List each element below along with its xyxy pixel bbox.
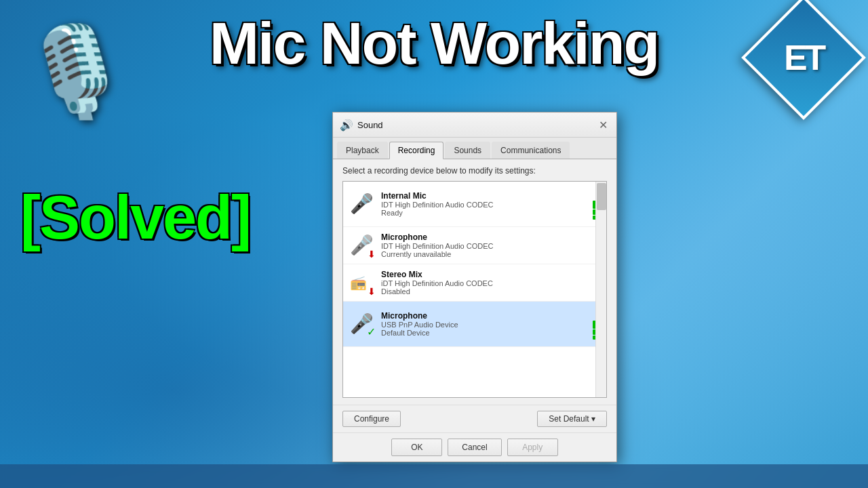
device-status-3: Disabled	[381, 287, 599, 296]
tab-sounds[interactable]: Sounds	[445, 142, 490, 159]
title-area: Mic Not Working	[108, 14, 760, 73]
device-icon-wrap-4: 🎤 ✓	[350, 312, 374, 336]
dialog-window: 🔊 Sound ✕ Playback Recording Sounds Comm…	[332, 112, 617, 462]
device-item-mic-unavail[interactable]: 🎤 ⬇ Microphone IDT High Definition Audio…	[343, 227, 606, 264]
dialog-body: Select a recording device below to modif…	[333, 159, 616, 405]
device-status-2: Currently unavailable	[381, 250, 599, 258]
dialog-bottom-buttons: Configure Set Default ▾	[333, 405, 616, 432]
device-driver-1: IDT High Definition Audio CODEC	[381, 201, 585, 209]
solved-text: [Solved]	[20, 183, 250, 253]
device-name-1: Internal Mic	[381, 191, 585, 201]
dialog-titlebar: 🔊 Sound ✕	[333, 113, 616, 138]
sound-icon: 🔊	[340, 119, 353, 131]
apply-button[interactable]: Apply	[507, 439, 558, 456]
dialog-action-row: OK Cancel Apply	[333, 432, 616, 462]
device-name-3: Stereo Mix	[381, 270, 599, 279]
device-name-2: Microphone	[381, 232, 599, 242]
tabs-bar: Playback Recording Sounds Communications	[333, 138, 616, 159]
scrollbar-thumb	[597, 183, 606, 210]
device-badge-2: ⬇	[368, 249, 376, 259]
device-icon-wrap-3: 📻 ⬇	[350, 270, 374, 295]
logo-text: ET	[784, 37, 823, 78]
stereo-device-icon: 📻	[350, 275, 367, 290]
device-item-internal-mic[interactable]: 🎤 Internal Mic IDT High Definition Audio…	[343, 182, 606, 227]
device-status-4: Default Device	[381, 329, 585, 337]
sound-dialog: 🔊 Sound ✕ Playback Recording Sounds Comm…	[332, 112, 617, 462]
device-badge-3: ⬇	[368, 287, 376, 296]
device-list-scrollbar[interactable]	[595, 182, 606, 397]
cancel-button[interactable]: Cancel	[448, 439, 501, 456]
device-driver-4: USB PnP Audio Device	[381, 321, 585, 329]
device-info-4: Microphone USB PnP Audio Device Default …	[381, 311, 585, 337]
device-status-1: Ready	[381, 209, 585, 217]
tab-playback[interactable]: Playback	[337, 142, 388, 159]
device-badge-4: ✓	[367, 327, 376, 338]
dialog-title-left: 🔊 Sound	[340, 119, 383, 131]
device-driver-3: iDT High Definition Audio CODEC	[381, 279, 599, 287]
set-default-button[interactable]: Set Default ▾	[537, 411, 607, 427]
device-list: 🎤 Internal Mic IDT High Definition Audio…	[342, 181, 607, 398]
ok-button[interactable]: OK	[391, 439, 442, 456]
solved-area: [Solved]	[20, 183, 250, 253]
device-info-3: Stereo Mix iDT High Definition Audio COD…	[381, 270, 599, 296]
tab-communications[interactable]: Communications	[492, 142, 570, 159]
device-icon-wrap-1: 🎤	[350, 192, 374, 216]
main-title: Mic Not Working	[108, 14, 760, 73]
device-item-mic-usb[interactable]: 🎤 ✓ Microphone USB PnP Audio Device Defa…	[343, 302, 606, 347]
configure-button[interactable]: Configure	[342, 411, 401, 427]
mic-device-icon-1: 🎤	[350, 193, 374, 214]
logo: ET	[760, 14, 848, 102]
device-driver-2: IDT High Definition Audio CODEC	[381, 242, 599, 250]
dialog-instruction: Select a recording device below to modif…	[342, 166, 607, 176]
close-button[interactable]: ✕	[596, 118, 610, 131]
taskbar	[0, 464, 868, 488]
device-info-1: Internal Mic IDT High Definition Audio C…	[381, 191, 585, 217]
device-info-2: Microphone IDT High Definition Audio COD…	[381, 232, 599, 258]
device-item-stereo-mix[interactable]: 📻 ⬇ Stereo Mix iDT High Definition Audio…	[343, 264, 606, 302]
dialog-title-text: Sound	[357, 120, 383, 130]
device-icon-wrap-2: 🎤 ⬇	[350, 233, 374, 258]
tab-recording[interactable]: Recording	[389, 142, 444, 159]
device-name-4: Microphone	[381, 311, 585, 321]
